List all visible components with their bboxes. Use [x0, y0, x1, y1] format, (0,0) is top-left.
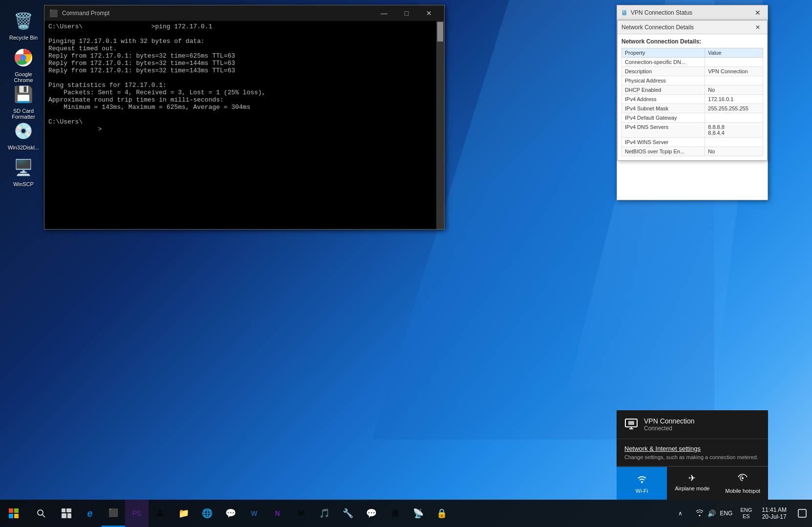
taskbar-fileexplorer-icon[interactable]: 📁: [172, 500, 195, 527]
network-row-prop-3: Physical Address: [622, 76, 705, 85]
taskbar-edge-icon[interactable]: e: [78, 500, 102, 527]
network-table-header-value: Value: [705, 48, 763, 58]
network-details-titlebar[interactable]: Network Connection Details ✕: [618, 21, 767, 34]
desktop-icon-sd-formatter[interactable]: 💾 SD Card Formatter: [4, 81, 43, 122]
search-button[interactable]: [27, 500, 55, 527]
vpn-connection-name: VPN Connection: [644, 417, 695, 425]
mobile-hotspot-quick-button[interactable]: Mobile hotspot: [718, 467, 768, 500]
network-row-prop-8: IPv4 DNS Servers: [622, 123, 705, 138]
table-row: IPv4 DNS Servers 8.8.8.88.8.4.4: [622, 123, 763, 138]
taskbar-skype-icon[interactable]: 💬: [219, 500, 242, 527]
cmd-line-5: Reply from 172.17.0.1: bytes=32 time=144…: [48, 60, 432, 67]
win32diskimager-label: Win32Diskl...: [8, 145, 39, 150]
network-row-val-9: [705, 138, 763, 147]
cmd-window: ⬛ Command Prompt — □ ✕ C:\Users\ >ping 1…: [44, 5, 445, 230]
desktop-icon-recycle-bin[interactable]: 🗑️ Recycle Bin: [4, 7, 43, 42]
taskbar-onenote-icon[interactable]: N: [266, 500, 289, 527]
notification-center-button[interactable]: [792, 500, 812, 527]
desktop-icon-winscp[interactable]: 🖥️ WinSCP: [4, 154, 43, 189]
network-row-prop-10: NetBIOS over Tcpip En...: [622, 147, 705, 156]
svg-rect-8: [9, 508, 13, 513]
taskbar-system-tray: ∧ 🔊 ENG ENG ES 11:41: [668, 500, 812, 527]
taskbar-outlook-icon[interactable]: ✉: [289, 500, 313, 527]
airplane-icon: ✈: [688, 473, 696, 484]
network-row-val-8: 8.8.8.88.8.4.4: [705, 123, 763, 138]
taskbar-clock[interactable]: 11:41 AM 20-Jul-17: [756, 500, 792, 527]
cmd-maximize-button[interactable]: □: [395, 5, 418, 21]
network-row-prop-5: IPv4 Address: [622, 95, 705, 104]
svg-rect-14: [62, 508, 65, 512]
network-details-close-button[interactable]: ✕: [752, 23, 763, 32]
network-row-prop-1: Connection-specific DN...: [622, 58, 705, 67]
svg-rect-15: [66, 508, 71, 512]
taskbar-chrome-icon[interactable]: 🌐: [195, 500, 219, 527]
cmd-close-button[interactable]: ✕: [418, 5, 440, 21]
cmd-scrollbar[interactable]: [436, 21, 444, 229]
svg-point-12: [38, 510, 43, 515]
taskbar-app10-icon[interactable]: 📡: [406, 500, 430, 527]
taskbar-app8-icon[interactable]: 💬: [360, 500, 383, 527]
cmd-line-12: >: [48, 126, 432, 133]
network-row-prop-6: IPv4 Subnet Mask: [622, 104, 705, 113]
network-details-content: Network Connection Details: Property Val…: [618, 34, 767, 160]
hotspot-button-label: Mobile hotspot: [726, 488, 761, 494]
taskbar-app3-icon[interactable]: 🖧: [149, 500, 172, 527]
system-tray-expand-button[interactable]: ∧: [668, 500, 692, 527]
taskbar-app6-icon[interactable]: 🎵: [313, 500, 336, 527]
cmd-line-2: Pinging 172.17.0.1 with 32 bytes of data…: [48, 38, 432, 45]
cmd-titlebar-buttons: — □ ✕: [373, 5, 440, 21]
network-row-prop-2: Description: [622, 67, 705, 76]
network-details-title: Network Connection Details: [621, 24, 752, 31]
network-details-heading: Network Connection Details:: [621, 38, 763, 45]
network-tray-icon[interactable]: [696, 509, 704, 518]
table-row: Description VPN Connection: [622, 67, 763, 76]
taskbar-cmd-icon[interactable]: ⬛: [102, 500, 125, 527]
start-button[interactable]: [0, 500, 27, 527]
svg-rect-16: [62, 513, 66, 518]
volume-tray-icon[interactable]: 🔊: [707, 509, 716, 517]
clock-date: 20-Jul-17: [762, 513, 787, 520]
language-locale: ES: [743, 513, 750, 520]
airplane-mode-quick-button[interactable]: ✈ Airplane mode: [667, 467, 717, 500]
cmd-titlebar[interactable]: ⬛ Command Prompt — □ ✕: [44, 5, 444, 21]
desktop-icon-win32diskimager[interactable]: 💿 Win32Diskl...: [4, 117, 43, 152]
network-table-header-property: Property: [622, 48, 705, 58]
vpn-status-close-button[interactable]: ✕: [752, 8, 764, 18]
wifi-quick-button[interactable]: Wi-Fi: [617, 467, 667, 500]
vpn-connected-info: VPN Connection Connected: [644, 417, 695, 432]
system-tray-icons: 🔊 ENG: [692, 509, 736, 518]
cmd-line-7: Ping statistics for 172.17.0.1:: [48, 82, 432, 89]
vpn-status-titlebar[interactable]: 🖥 VPN Connection Status ✕: [617, 5, 768, 20]
cmd-minimize-button[interactable]: —: [373, 5, 395, 21]
chrome-icon: [12, 46, 35, 69]
network-settings-subtitle: Change settings, such as making a connec…: [624, 454, 760, 460]
vpn-connection-item[interactable]: VPN Connection Connected: [617, 410, 768, 439]
table-row: IPv4 WINS Server: [622, 138, 763, 147]
network-details-window: Network Connection Details ✕ Network Con…: [617, 20, 768, 161]
taskbar-app9-icon[interactable]: 🖥: [383, 500, 406, 527]
table-row: Connection-specific DN...: [622, 58, 763, 67]
winscp-icon: 🖥️: [12, 156, 35, 179]
language-button[interactable]: ENG ES: [736, 507, 756, 520]
svg-rect-18: [798, 509, 806, 517]
wifi-icon: [637, 473, 647, 486]
language-indicator: ENG: [720, 510, 732, 517]
table-row: Physical Address: [622, 76, 763, 85]
svg-point-7: [742, 477, 744, 479]
taskbar-powershell-icon[interactable]: PS: [125, 500, 149, 527]
taskbar-app7-icon[interactable]: 🔧: [336, 500, 360, 527]
sd-formatter-icon: 💾: [12, 83, 35, 106]
svg-rect-4: [628, 421, 634, 425]
cmd-content: C:\Users\ >ping 172.17.0.1 Pinging 172.1…: [44, 21, 436, 229]
taskbar: e ⬛ PS 🖧 📁 🌐 💬 W N ✉ 🎵 🔧 💬 🖥 📡 🔒 ∧: [0, 500, 812, 527]
desktop-icon-chrome[interactable]: Google Chrome: [4, 44, 43, 85]
svg-point-2: [21, 55, 26, 61]
recycle-bin-icon: 🗑️: [12, 9, 35, 33]
cmd-line-4: Reply from 172.17.0.1: bytes=32 time=625…: [48, 52, 432, 60]
cmd-window-icon: ⬛: [48, 8, 58, 18]
taskbar-word-icon[interactable]: W: [242, 500, 266, 527]
cmd-line-6: Reply from 172.17.0.1: bytes=32 time=143…: [48, 67, 432, 74]
network-settings-link[interactable]: Network & Internet settings: [624, 445, 760, 452]
task-view-button[interactable]: [55, 500, 78, 527]
taskbar-app11-icon[interactable]: 🔒: [430, 500, 453, 527]
